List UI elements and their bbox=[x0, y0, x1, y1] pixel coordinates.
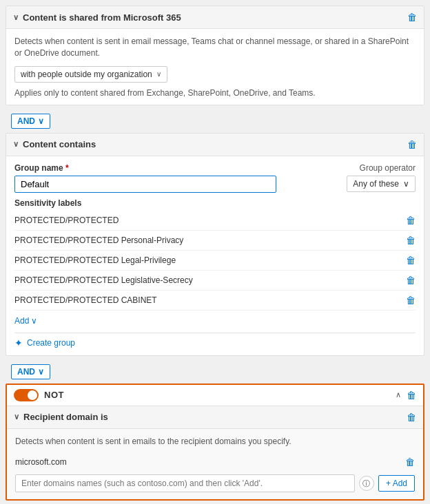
group-name-col: Group name * bbox=[14, 163, 347, 193]
label-delete-2[interactable]: 🗑 bbox=[406, 255, 416, 266]
group-operator-col: Group operator Any of these ∨ bbox=[347, 163, 416, 192]
domain-input-row: ⓘ + Add bbox=[15, 474, 415, 492]
label-value-3: PROTECTED/PROTECTED Legislative-Secrecy bbox=[14, 275, 193, 285]
existing-domain-row: microsoft.com 🗑 bbox=[15, 454, 415, 470]
content-shared-desc: Detects when content is sent in email me… bbox=[14, 36, 416, 59]
label-value-0: PROTECTED/PROTECTED bbox=[14, 216, 119, 225]
label-value-2: PROTECTED/PROTECTED Legal-Privilege bbox=[14, 255, 176, 265]
group-operator-dropdown[interactable]: Any of these ∨ bbox=[347, 176, 416, 192]
shared-with-arrow-icon: ∨ bbox=[156, 70, 161, 78]
label-value-4: PROTECTED/PROTECTED CABINET bbox=[14, 295, 157, 305]
recipient-domain-header-left: ∨ Recipient domain is bbox=[14, 412, 108, 422]
applies-note: Applies only to content shared from Exch… bbox=[14, 88, 416, 98]
not-toggle[interactable] bbox=[14, 389, 39, 401]
create-group-label: Create group bbox=[27, 338, 75, 348]
recipient-domain-section: ∨ Recipient domain is 🗑 Detects when con… bbox=[7, 406, 423, 500]
recipient-domain-title: Recipient domain is bbox=[23, 412, 108, 422]
create-group-icon: ✦ bbox=[14, 337, 23, 348]
not-chevron-icon[interactable]: ∧ bbox=[396, 390, 401, 399]
content-contains-header: ∨ Content contains 🗑 bbox=[6, 134, 424, 156]
group-operator-arrow-icon: ∨ bbox=[403, 179, 409, 189]
content-shared-section: ∨ Content is shared from Microsoft 365 🗑… bbox=[6, 6, 424, 105]
label-row-3: PROTECTED/PROTECTED Legislative-Secrecy … bbox=[14, 271, 416, 291]
and-connector-2: AND ∨ bbox=[6, 360, 424, 384]
label-row-2: PROTECTED/PROTECTED Legal-Privilege 🗑 bbox=[14, 251, 416, 271]
group-name-input[interactable] bbox=[14, 176, 276, 193]
recipient-domain-header: ∨ Recipient domain is 🗑 bbox=[7, 406, 423, 429]
label-delete-4[interactable]: 🗑 bbox=[406, 295, 416, 306]
existing-domain-delete-icon[interactable]: 🗑 bbox=[405, 456, 415, 468]
not-label: NOT bbox=[44, 390, 64, 400]
content-shared-chevron-icon[interactable]: ∨ bbox=[13, 13, 19, 22]
not-header: NOT ∧ 🗑 bbox=[7, 385, 423, 406]
group-operator-label: Group operator bbox=[360, 163, 416, 173]
group-name-label: Group name * bbox=[14, 163, 347, 173]
content-contains-delete-icon[interactable]: 🗑 bbox=[407, 139, 417, 150]
recipient-domain-delete-icon[interactable]: 🗑 bbox=[407, 412, 416, 423]
shared-with-value: with people outside my organization bbox=[21, 70, 152, 79]
content-shared-title: Content is shared from Microsoft 365 bbox=[23, 12, 181, 23]
not-section: NOT ∧ 🗑 ∨ Recipient domain is 🗑 Detects … bbox=[6, 384, 424, 501]
and-button-1-label: AND bbox=[17, 116, 35, 126]
add-label-link[interactable]: Add ∨ bbox=[14, 316, 37, 326]
domain-info-icon[interactable]: ⓘ bbox=[359, 476, 374, 491]
content-contains-chevron-icon[interactable]: ∨ bbox=[13, 140, 19, 149]
not-header-left: NOT bbox=[14, 389, 64, 401]
label-delete-3[interactable]: 🗑 bbox=[406, 275, 416, 286]
and-connector-1: AND ∨ bbox=[6, 109, 424, 133]
recipient-domain-chevron-icon[interactable]: ∨ bbox=[14, 412, 19, 421]
label-row-4: PROTECTED/PROTECTED CABINET 🗑 bbox=[14, 291, 416, 311]
create-group-link[interactable]: ✦ Create group bbox=[14, 333, 416, 348]
sensitivity-labels-heading: Sensitivity labels bbox=[14, 198, 416, 208]
label-value-1: PROTECTED/PROTECTED Personal-Privacy bbox=[14, 235, 183, 245]
domain-add-button-label: + Add bbox=[386, 479, 407, 488]
and-button-1-arrow: ∨ bbox=[38, 116, 44, 126]
label-row-1: PROTECTED/PROTECTED Personal-Privacy 🗑 bbox=[14, 231, 416, 251]
domain-add-button[interactable]: + Add bbox=[378, 475, 415, 492]
recipient-domain-desc: Detects when content is sent in emails t… bbox=[15, 436, 415, 448]
content-contains-header-left: ∨ Content contains bbox=[13, 139, 96, 149]
content-shared-body: Detects when content is sent in email me… bbox=[6, 29, 424, 105]
label-delete-1[interactable]: 🗑 bbox=[406, 235, 416, 246]
required-star: * bbox=[65, 163, 69, 173]
group-header-row: Group name * Group operator Any of these… bbox=[14, 163, 416, 193]
content-shared-header: ∨ Content is shared from Microsoft 365 🗑 bbox=[6, 6, 424, 29]
add-label-text: Add bbox=[14, 316, 29, 326]
content-shared-delete-icon[interactable]: 🗑 bbox=[407, 12, 417, 23]
not-header-right: ∧ 🗑 bbox=[396, 390, 416, 401]
label-row-0: PROTECTED/PROTECTED 🗑 bbox=[14, 211, 416, 231]
add-label-arrow: ∨ bbox=[31, 316, 37, 326]
and-button-2-label: AND bbox=[17, 367, 35, 377]
group-operator-value: Any of these bbox=[353, 179, 399, 189]
and-button-2[interactable]: AND ∨ bbox=[11, 364, 50, 379]
and-button-2-arrow: ∨ bbox=[38, 367, 44, 377]
shared-with-dropdown[interactable]: with people outside my organization ∨ bbox=[14, 66, 167, 83]
content-contains-title: Content contains bbox=[23, 139, 96, 149]
not-delete-icon[interactable]: 🗑 bbox=[407, 390, 416, 401]
domain-input-field[interactable] bbox=[15, 474, 355, 492]
and-button-1[interactable]: AND ∨ bbox=[11, 114, 50, 129]
label-delete-0[interactable]: 🗑 bbox=[406, 215, 416, 226]
recipient-domain-body: Detects when content is sent in emails t… bbox=[7, 429, 423, 500]
content-shared-header-left: ∨ Content is shared from Microsoft 365 bbox=[13, 12, 181, 23]
content-contains-section: ∨ Content contains 🗑 Group name * Group … bbox=[6, 133, 424, 356]
content-contains-body: Group name * Group operator Any of these… bbox=[6, 156, 424, 355]
existing-domain-value: microsoft.com bbox=[15, 457, 67, 467]
